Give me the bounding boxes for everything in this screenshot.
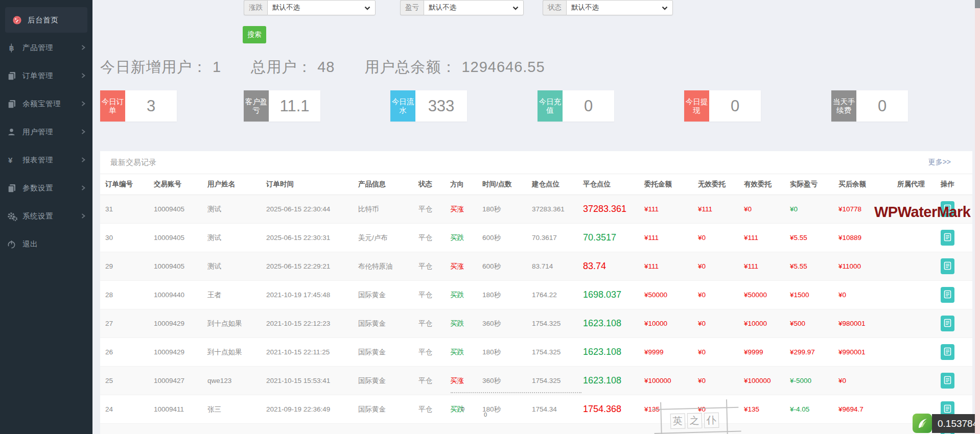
table-cell: 1754.34: [527, 424, 578, 434]
detail-list-icon: [944, 261, 951, 272]
cell-value: ¥10889: [838, 234, 861, 242]
cell-value: 买涨: [450, 262, 464, 270]
table-cell: ¥111: [739, 252, 785, 281]
filter-select-0[interactable]: 默认不选: [267, 0, 376, 15]
cell-value: 买跌: [450, 234, 464, 242]
table-cell: 平仓: [413, 424, 445, 434]
cell-value: 1698.037: [583, 290, 621, 300]
cell-value: ¥9999: [744, 348, 763, 356]
table-header-row: 订单编号交易账号用户姓名订单时间产品信息状态方向时间/点数建仓点位平仓点位委托金…: [100, 174, 972, 195]
filter-label: 涨跌: [244, 0, 267, 15]
cell-value: ¥50000: [744, 291, 767, 299]
sidebar-item-0[interactable]: 后台首页: [5, 7, 87, 33]
sidebar-item-6[interactable]: 参数设置: [0, 174, 92, 202]
action-cell: [936, 367, 972, 395]
sidebar-item-5[interactable]: ¥报表管理: [0, 146, 92, 174]
table-cell: 1623.108: [578, 338, 639, 367]
seal-stamp-watermark: 英之仆: [658, 404, 731, 434]
card-label: 今日流水: [390, 90, 415, 122]
sidebar-item-8[interactable]: 退出: [0, 230, 92, 258]
card-label: 当天手续费: [831, 90, 856, 122]
search-button[interactable]: 搜索: [243, 26, 266, 43]
cell-value: 1623.108: [583, 347, 621, 357]
table-cell: ¥0: [693, 309, 739, 338]
user-icon: [7, 128, 22, 136]
table-cell: [892, 338, 936, 367]
table-row: 2710009429到十点如果2021-10-15 22:12:23国际黄金平仓…: [100, 309, 972, 338]
sidebar-item-4[interactable]: 用户管理: [0, 118, 92, 146]
table-cell: ¥111: [693, 195, 739, 224]
detail-action-button[interactable]: [941, 316, 954, 331]
table-cell: 国际黄金: [353, 309, 413, 338]
cell-value: 83.74: [583, 261, 606, 271]
detail-action-button[interactable]: [941, 344, 954, 360]
table-cell: ¥-4.02: [785, 424, 833, 434]
chevron-right-icon: [81, 185, 85, 191]
table-cell: 布伦特原油: [353, 252, 413, 281]
cell-value: ¥50000: [644, 291, 667, 299]
cell-value: 买跌: [450, 291, 464, 299]
sidebar-item-3[interactable]: 余额宝管理: [0, 90, 92, 118]
table-cell: 1698.037: [578, 281, 639, 309]
chevron-right-icon: [81, 129, 85, 135]
table-cell: ¥1500: [785, 281, 833, 309]
action-cell: [936, 224, 972, 252]
table-cell: 10009429: [149, 309, 202, 338]
cell-value: ¥9694.7: [838, 405, 864, 413]
table-cell: [892, 281, 936, 309]
table-cell: qwe123: [202, 367, 261, 395]
table-cell: 2025-06-15 22:30:31: [261, 224, 353, 252]
column-header-7: 时间/点数: [477, 174, 527, 195]
more-link[interactable]: 更多>>: [928, 158, 951, 167]
table-cell: 2021-10-19 17:45:48: [261, 281, 353, 309]
chevron-right-icon: [81, 157, 85, 163]
table-cell: 1754.368: [578, 395, 639, 424]
table-cell: ¥500: [785, 309, 833, 338]
cell-value: ¥135: [744, 405, 759, 413]
table-cell: 1623.108: [578, 309, 639, 338]
column-header-3: 订单时间: [261, 174, 353, 195]
cell-value: ¥111: [744, 262, 758, 270]
table-cell: 10009440: [149, 281, 202, 309]
filter-select-1[interactable]: 默认不选: [424, 0, 524, 15]
panel-title: 最新交易记录: [110, 158, 156, 167]
table-cell: 23: [100, 424, 149, 434]
table-cell: 平仓: [413, 309, 445, 338]
sidebar-item-2[interactable]: 订单管理: [0, 62, 92, 90]
scrollbar-thumb[interactable]: [975, 0, 980, 8]
cell-value: ¥111: [644, 205, 659, 213]
detail-action-button[interactable]: [941, 230, 954, 246]
power-icon: [7, 240, 22, 249]
filter-label: 状态: [543, 0, 566, 15]
sidebar-item-label: 参数设置: [22, 183, 81, 193]
filter-select-2[interactable]: 默认不选: [566, 0, 673, 15]
table-cell: 25: [100, 367, 149, 395]
table-cell: 2021-10-15 15:53:41: [261, 367, 353, 395]
table-cell: 360秒: [477, 367, 527, 395]
seal-stamp-characters: 英之仆: [664, 409, 725, 431]
table-cell: 28: [100, 281, 149, 309]
sidebar-item-label: 余额宝管理: [22, 99, 81, 109]
table-cell: ¥0: [785, 195, 833, 224]
table-cell: 180秒: [477, 338, 527, 367]
files-icon: [7, 71, 22, 81]
filter-label: 盈亏: [400, 0, 424, 15]
scrollbar-track[interactable]: [975, 0, 980, 434]
chevron-right-icon: [81, 73, 85, 79]
table-cell: 360秒: [477, 309, 527, 338]
table-cell: 26: [100, 338, 149, 367]
detail-action-button[interactable]: [941, 258, 954, 274]
column-header-6: 方向: [445, 174, 477, 195]
panel-header: 最新交易记录 更多>>: [100, 151, 972, 174]
detail-action-button[interactable]: [941, 373, 954, 389]
detail-action-button[interactable]: [941, 287, 954, 303]
stat-label: 总用户：: [251, 57, 312, 78]
sidebar-item-7[interactable]: 系统设置: [0, 202, 92, 230]
cell-value: ¥9999: [644, 348, 664, 356]
cell-value: 买涨: [450, 377, 464, 384]
table-row: 2910009405测试2025-06-15 22:29:21布伦特原油平仓买涨…: [100, 252, 972, 281]
table-cell: 美元/卢布: [353, 224, 413, 252]
sidebar-item-1[interactable]: B产品管理: [0, 34, 92, 62]
table-cell: 24: [100, 395, 149, 424]
cell-value: ¥0: [698, 291, 706, 299]
